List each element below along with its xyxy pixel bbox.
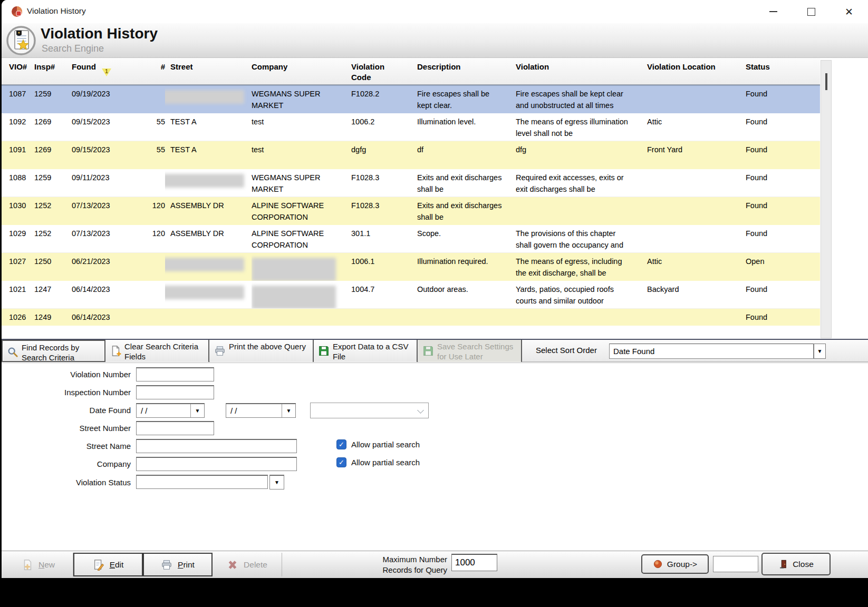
header-banner: Violation History Search Engine: [2, 23, 868, 58]
max-records-label-line2: Records for Query: [347, 565, 447, 575]
cell-num: [141, 253, 165, 281]
violation-number-label: Violation Number: [2, 370, 131, 379]
cell-street: ASSEMBLY DR: [165, 197, 252, 225]
column-header-vio[interactable]: VIO#: [9, 58, 34, 84]
table-row[interactable]: 1092126909/15/202355TEST Atest1006.2Illu…: [2, 113, 820, 141]
column-header-found[interactable]: Found 1: [72, 58, 141, 84]
export-csv-button[interactable]: Export Data to a CSV File: [314, 340, 418, 362]
max-records-input[interactable]: [451, 554, 497, 571]
date-found-end-picker[interactable]: / / ▼: [226, 403, 296, 418]
date-found-end-value: / /: [226, 406, 282, 415]
table-row[interactable]: 1088125909/11/2023WEGMANS SUPER MARKETF1…: [2, 169, 820, 197]
cell-num: 55: [141, 113, 165, 141]
cell-vio: 1029: [9, 225, 34, 252]
cell-company: WEGMANS SUPER MARKET: [252, 169, 351, 197]
inspection-number-input[interactable]: [136, 385, 214, 399]
company-partial-search-row: ✓ Allow partial search: [336, 457, 420, 467]
table-row[interactable]: 1021124706/14/20231004.7Outdoor areas.Ya…: [2, 281, 820, 309]
column-header-street[interactable]: Street: [165, 58, 252, 84]
table-row[interactable]: 1030125207/13/2023120ASSEMBLY DRALPINE S…: [2, 197, 820, 225]
street-number-label: Street Number: [2, 424, 131, 433]
cell-location: [647, 309, 746, 326]
table-row[interactable]: 1027125006/21/20231006.1Illumination req…: [2, 253, 820, 281]
cell-found: 06/14/2023: [72, 281, 141, 308]
cell-desc: Illumination required.: [417, 253, 516, 281]
cell-company: WEGMANS SUPER MARKET: [252, 85, 351, 113]
table-row[interactable]: 1029125207/13/2023120ASSEMBLY DRALPINE S…: [2, 225, 820, 253]
column-header-violation-code[interactable]: Violation Code: [351, 58, 417, 84]
maximize-button[interactable]: [792, 0, 830, 23]
cell-company: ALPINE SOFTWARE CORPORATION: [252, 197, 351, 225]
cell-found: 06/21/2023: [72, 253, 141, 281]
street-partial-search-label: Allow partial search: [351, 440, 420, 449]
cell-code: [351, 309, 417, 326]
group-value-box[interactable]: [713, 556, 758, 572]
column-header-violation-location[interactable]: Violation Location: [647, 58, 746, 84]
cell-code: dgfg: [351, 141, 417, 169]
company-input[interactable]: [136, 457, 297, 471]
app-icon: [11, 5, 23, 18]
cell-location: Front Yard: [647, 141, 746, 169]
max-records-label-line1: Maximum Number: [347, 554, 447, 565]
street-partial-search-row: ✓ Allow partial search: [336, 439, 420, 449]
street-number-input[interactable]: [136, 421, 214, 435]
street-partial-search-checkbox[interactable]: ✓: [336, 439, 346, 449]
print-button[interactable]: Print: [143, 553, 213, 576]
date-range-select[interactable]: [310, 403, 429, 418]
column-header-insp[interactable]: Insp#: [34, 58, 72, 84]
column-header-streetnum[interactable]: #: [141, 58, 165, 84]
street-name-input[interactable]: [136, 439, 297, 453]
column-header-description[interactable]: Description: [417, 58, 516, 84]
table-row[interactable]: 1087125909/19/2023WEGMANS SUPER MARKETF1…: [2, 85, 820, 113]
column-header-violation[interactable]: Violation: [516, 58, 647, 84]
table-row[interactable]: 1026124906/14/2023Found: [2, 309, 820, 326]
table-row[interactable]: 1091126909/15/202355TEST AtestdgfgdfdfgF…: [2, 141, 820, 169]
column-header-company[interactable]: Company: [252, 58, 351, 84]
clear-search-button[interactable]: Clear Search Criteria Fields: [105, 340, 209, 362]
cell-location: Attic: [647, 113, 746, 141]
cell-found: 09/11/2023: [72, 169, 141, 197]
close-button[interactable]: Close: [761, 553, 831, 575]
cell-num: 120: [141, 225, 165, 252]
cell-num: [141, 309, 165, 326]
edit-button[interactable]: Edit: [73, 553, 143, 576]
scrollbar-thumb[interactable]: [825, 73, 827, 90]
cell-vio: 1087: [9, 85, 34, 113]
new-button-label: New: [38, 560, 55, 570]
redacted-street: [165, 258, 244, 271]
violation-status-dropdown-arrow[interactable]: ▼: [270, 476, 284, 489]
violation-status-input[interactable]: [136, 475, 268, 489]
cell-vio: 1021: [9, 281, 34, 308]
company-partial-search-checkbox[interactable]: ✓: [336, 457, 346, 467]
cell-street: TEST A: [165, 113, 252, 141]
cell-violation: The provisions of this chapter shall gov…: [516, 225, 647, 252]
find-records-button[interactable]: Find Records by Search Criteria: [2, 340, 105, 362]
sort-order-label: Select Sort Order: [536, 346, 597, 355]
cell-status: Found: [746, 113, 820, 141]
page-subtitle: Search Engine: [42, 43, 104, 54]
date-found-start-picker[interactable]: / / ▼: [136, 403, 205, 418]
save-settings-label: Save Search Settings for Use Later: [437, 342, 513, 361]
sort-order-select[interactable]: Date Found: [609, 344, 814, 359]
close-window-button[interactable]: ✕: [830, 0, 868, 23]
window-title: Violation History: [27, 6, 86, 16]
table-scrollbar[interactable]: [821, 60, 832, 338]
footer-bar: New Edit Print Delete Maximum: [2, 551, 868, 578]
date-found-end-dropdown-arrow[interactable]: ▼: [282, 404, 295, 417]
cell-status: Open: [746, 253, 820, 281]
print-query-button[interactable]: Print the above Query: [210, 340, 314, 362]
cell-status: Found: [746, 197, 820, 225]
cell-company: [252, 281, 351, 308]
app-window: Violation History ✕ Violation History Se…: [2, 0, 868, 578]
cell-status: Found: [746, 309, 820, 326]
date-found-start-dropdown-arrow[interactable]: ▼: [190, 404, 204, 417]
group-button[interactable]: Group->: [641, 554, 709, 574]
cell-vio: 1026: [9, 309, 34, 326]
violation-status-dropdown[interactable]: ▼: [269, 475, 284, 489]
column-header-status[interactable]: Status: [746, 58, 820, 84]
violation-number-input[interactable]: [136, 367, 214, 381]
cell-desc: Fire escapes shall be kept clear.: [417, 85, 516, 113]
sort-order-dropdown-arrow[interactable]: ▼: [814, 344, 826, 359]
cell-location: Attic: [647, 253, 746, 281]
minimize-button[interactable]: [754, 0, 792, 23]
